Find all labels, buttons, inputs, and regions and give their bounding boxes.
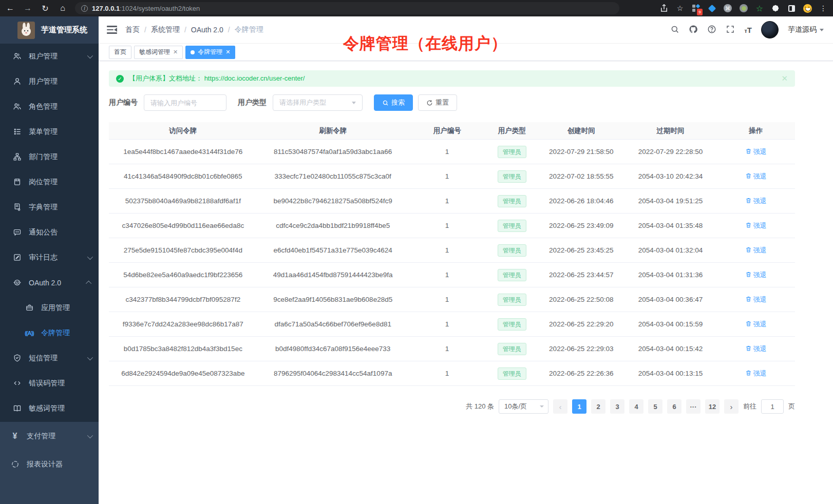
profile-avatar-icon[interactable] xyxy=(803,4,812,13)
page-button-6[interactable]: 6 xyxy=(667,399,681,414)
tab-token-management[interactable]: 令牌管理✕ xyxy=(185,46,235,59)
share-icon[interactable] xyxy=(659,4,669,13)
next-page-button[interactable]: › xyxy=(724,399,739,414)
trash-icon xyxy=(745,296,752,304)
force-logout-button[interactable]: 强退 xyxy=(745,172,767,181)
page-button-5[interactable]: 5 xyxy=(648,399,662,414)
user-id-label: 用户编号 xyxy=(109,98,138,107)
force-logout-button[interactable]: 强退 xyxy=(745,246,767,255)
browser-refresh-icon[interactable]: ↻ xyxy=(40,4,50,13)
page-button-3[interactable]: 3 xyxy=(610,399,624,414)
sidebar-item-10[interactable]: 应用管理 xyxy=(0,295,99,320)
action-cell: 强退 xyxy=(717,246,795,255)
user-avatar[interactable] xyxy=(761,21,779,38)
sidebar-item-8[interactable]: 审计日志 xyxy=(0,245,99,270)
font-size-icon[interactable]: тT xyxy=(744,26,752,34)
column-header-5: 过期时间 xyxy=(624,126,716,135)
browser-home-icon[interactable]: ⌂ xyxy=(58,4,68,13)
refresh-token-cell: 9ce8ef2aa9f14056b831ae9b608e28d5 xyxy=(257,296,409,303)
access-token-cell: c347026e805e4d99b0d116eae66eda8c xyxy=(109,222,257,229)
bookmark-star-icon[interactable]: ☆ xyxy=(675,4,685,13)
created-time-cell: 2022-06-25 22:29:03 xyxy=(538,345,624,353)
address-bar[interactable]: i 127.0.0.1:1024/system/oauth2/token xyxy=(75,2,619,14)
sidebar-item-7[interactable]: 通知公告 xyxy=(0,220,99,245)
reset-button[interactable]: 重置 xyxy=(418,94,457,111)
page-button-12[interactable]: 12 xyxy=(705,399,720,414)
breadcrumb-home[interactable]: 首页 xyxy=(125,25,140,34)
post-icon xyxy=(12,178,22,187)
site-info-icon[interactable]: i xyxy=(81,5,88,12)
alert-close-icon[interactable]: ✕ xyxy=(781,74,788,83)
force-logout-button[interactable]: 强退 xyxy=(745,270,767,280)
sidebar-item-14[interactable]: 敏感词管理 xyxy=(0,396,99,421)
created-time-cell: 2022-06-25 23:45:25 xyxy=(538,246,624,254)
browser-forward-icon[interactable]: → xyxy=(23,4,33,13)
breadcrumb-system[interactable]: 系统管理 xyxy=(151,25,180,34)
doc-link[interactable]: https://doc.iocoder.cn/user-center/ xyxy=(204,74,305,82)
force-logout-button[interactable]: 强退 xyxy=(745,147,767,157)
force-logout-button[interactable]: 强退 xyxy=(745,369,767,378)
access-token-cell: 6d842e2924594de9a09e45e087323abe xyxy=(109,370,257,377)
extension-command-icon[interactable]: ⌘ xyxy=(723,4,732,13)
extension-grid-icon[interactable]: 9 xyxy=(691,4,701,13)
sidebar-item-9[interactable]: OAuth 2.0 xyxy=(0,270,99,295)
sidebar-item-6[interactable]: 字典管理 xyxy=(0,195,99,220)
user-icon xyxy=(12,77,22,86)
action-cell: 强退 xyxy=(717,197,795,206)
refresh-token-cell: 333ecfc71e02480cb11055c875c3ca0f xyxy=(257,172,409,180)
side-panel-icon[interactable] xyxy=(787,4,796,13)
force-logout-button[interactable]: 强退 xyxy=(745,344,767,354)
user-id-input[interactable] xyxy=(144,94,226,111)
help-icon[interactable] xyxy=(707,25,716,35)
extension-diamond-icon[interactable] xyxy=(707,4,716,13)
sidebar-item-15[interactable]: ¥支付管理 xyxy=(0,422,99,450)
sidebar-item-11[interactable]: ((A))令牌管理 xyxy=(0,320,99,345)
sidebar-item-13[interactable]: 错误码管理 xyxy=(0,371,99,396)
page-size-select[interactable]: 10条/页 xyxy=(499,399,548,414)
extension-pinwheel-icon[interactable] xyxy=(771,4,780,13)
sidebar-item-4[interactable]: 部门管理 xyxy=(0,144,99,169)
breadcrumb-oauth[interactable]: OAuth 2.0 xyxy=(191,26,223,34)
sms-icon xyxy=(12,354,22,363)
extension-record-icon[interactable] xyxy=(739,4,748,13)
user-id-cell: 1 xyxy=(409,148,486,156)
sidebar-item-5[interactable]: 岗位管理 xyxy=(0,169,99,195)
tab-sensitive-words[interactable]: 敏感词管理✕ xyxy=(134,46,183,59)
search-button[interactable]: 搜索 xyxy=(374,94,413,111)
close-icon[interactable]: ✕ xyxy=(225,49,230,55)
fullscreen-icon[interactable] xyxy=(726,25,735,35)
sidebar-item-2[interactable]: 角色管理 xyxy=(0,94,99,119)
close-icon[interactable]: ✕ xyxy=(173,49,178,55)
page-button-4[interactable]: 4 xyxy=(629,399,643,414)
sidebar-item-label: OAuth 2.0 xyxy=(29,279,87,287)
force-logout-button[interactable]: 强退 xyxy=(745,197,767,206)
page-button-···[interactable]: ··· xyxy=(686,399,701,414)
sidebar-item-0[interactable]: 租户管理 xyxy=(0,44,99,69)
user-type-select[interactable]: 请选择用户类型 xyxy=(273,94,363,111)
user-type-cell: 管理员 xyxy=(485,294,538,306)
prev-page-button[interactable]: ‹ xyxy=(553,399,567,414)
browser-back-icon[interactable]: ← xyxy=(5,4,15,13)
refresh-token-cell: be90422b8c7946218275a508bf524fc9 xyxy=(257,197,409,205)
sidebar-item-12[interactable]: 短信管理 xyxy=(0,345,99,371)
force-logout-button[interactable]: 强退 xyxy=(745,295,767,304)
breadcrumb: 首页/ 系统管理/ OAuth 2.0/ 令牌管理 xyxy=(125,25,263,34)
user-type-cell: 管理员 xyxy=(485,269,538,281)
page-button-1[interactable]: 1 xyxy=(572,399,586,414)
force-logout-button[interactable]: 强退 xyxy=(745,320,767,329)
app-logo-bar[interactable]: 芋道管理系统 xyxy=(0,16,99,44)
browser-menu-icon[interactable]: ⋮ xyxy=(819,4,828,13)
sidebar-item-3[interactable]: 菜单管理 xyxy=(0,119,99,144)
collapse-sidebar-icon[interactable] xyxy=(107,26,117,34)
tab-home[interactable]: 首页 xyxy=(109,46,131,59)
search-icon[interactable] xyxy=(670,25,679,35)
goto-page-input[interactable] xyxy=(761,399,784,414)
sidebar-item-1[interactable]: 用户管理 xyxy=(0,69,99,94)
github-icon[interactable] xyxy=(689,25,698,35)
user-menu[interactable]: 芋道源码 xyxy=(788,25,824,34)
column-header-2: 用户编号 xyxy=(409,126,486,135)
page-button-2[interactable]: 2 xyxy=(591,399,605,414)
force-logout-button[interactable]: 强退 xyxy=(745,221,767,230)
sidebar-item-16[interactable]: 报表设计器 xyxy=(0,450,99,478)
extension-star-icon[interactable]: ☆ xyxy=(755,4,764,13)
